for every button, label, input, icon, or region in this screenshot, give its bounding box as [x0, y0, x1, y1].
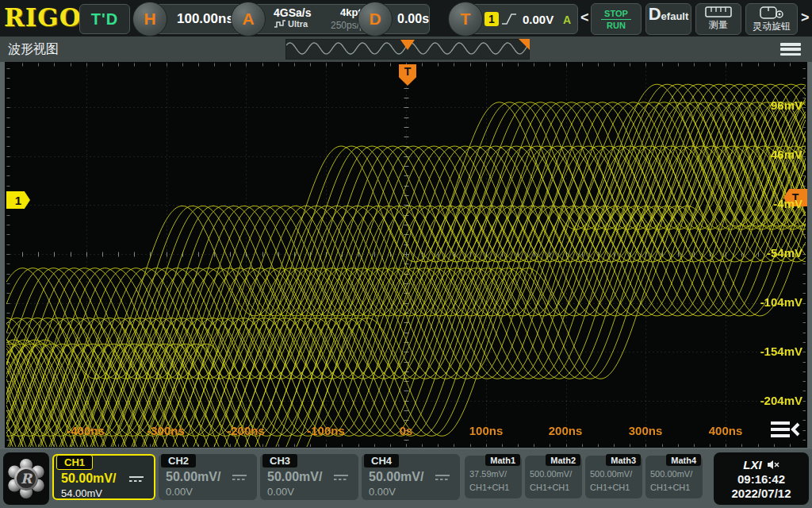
system-date: 2022/07/12 — [714, 487, 809, 500]
ch3-dc-coupling-icon — [333, 473, 349, 481]
ch2-dc-coupling-icon — [232, 473, 247, 481]
ruler-icon — [705, 6, 732, 17]
math4-box[interactable]: Math4 500.00mV/ CH1+CH1 — [645, 456, 703, 498]
t-label: 400ns — [709, 424, 743, 437]
run-label: RUN — [607, 20, 626, 30]
system-time: 09:16:42 — [714, 472, 809, 486]
v-label: -104mV — [760, 295, 802, 309]
smart-knob-label: 灵动旋钮 — [753, 20, 791, 33]
trigger-status-indicator: T'D — [79, 4, 130, 34]
top-toolbar: RIGOL T'D 100.00ns/ H 4GSa/s 4kpts Ultra… — [0, 0, 812, 37]
t-label: 300ns — [629, 424, 663, 437]
waveform-display: T 1 T 96mV 46mV -4mV -54mV -104mV -154mV… — [5, 62, 807, 448]
speaker-muted-icon — [767, 460, 779, 470]
math4-tab[interactable]: Math4 — [666, 454, 701, 466]
bottom-status-bar: R CH1 50.00mV/ 54.00mV CH2 50.00mV/ 0.00… — [0, 449, 812, 508]
v-label: -54mV — [767, 246, 802, 260]
math1-box[interactable]: Math1 37.59mV/ CH1+CH1 — [465, 456, 522, 498]
ch3-box[interactable]: CH3 50.00mV/ 0.00V — [260, 454, 358, 500]
math2-expr: CH1+CH1 — [530, 483, 569, 492]
ch4-dc-coupling-icon — [435, 473, 450, 481]
ch1-offset: 54.00mV — [61, 487, 102, 499]
menu-collapse-icon[interactable] — [769, 419, 801, 441]
view-title: 波形视图 — [8, 41, 59, 58]
ch3-scale: 50.00mV/ — [267, 470, 322, 484]
math4-scale: 500.00mV/ — [650, 469, 692, 479]
plot-zone: T 1 T 96mV 46mV -4mV -54mV -104mV -154mV… — [0, 62, 812, 449]
waveform-view-bar: 波形视图 — [0, 37, 812, 62]
system-status-panel[interactable]: LXI 09:16:42 2022/07/12 — [714, 452, 809, 505]
t-label: -100ns — [307, 424, 345, 437]
math4-expr: CH1+CH1 — [650, 483, 690, 492]
t-label: -300ns — [147, 424, 185, 437]
t-label: -200ns — [227, 424, 265, 437]
ch1-tab[interactable]: CH1 — [56, 455, 93, 470]
math2-scale: 500.00mV/ — [530, 469, 572, 479]
v-label: 46mV — [771, 148, 802, 161]
math1-expr: CH1+CH1 — [469, 483, 509, 492]
v-label: -4mV — [773, 197, 802, 210]
horizontal-knob[interactable]: H — [132, 2, 167, 37]
ultra-acquire-icon — [274, 19, 286, 29]
trigger-position-triangle[interactable] — [400, 40, 415, 50]
lxi-indicator: LXI — [743, 458, 761, 471]
trigger-slope-icon — [500, 11, 518, 27]
measure-button[interactable]: 测量 — [695, 3, 741, 35]
ch3-offset: 0.00V — [267, 486, 294, 498]
ch3-tab[interactable]: CH3 — [262, 454, 297, 468]
math1-tab[interactable]: Math1 — [485, 454, 520, 466]
v-label: -204mV — [760, 394, 802, 407]
rigol-gear-logo-button[interactable]: R — [3, 452, 49, 505]
trigger-knob[interactable]: T — [448, 2, 483, 37]
math1-scale: 37.59mV/ — [469, 469, 507, 479]
ch4-offset: 0.00V — [369, 486, 396, 498]
v-label: 96mV — [771, 98, 802, 112]
sample-rate-value: 4GSa/s — [274, 6, 311, 19]
trigger-status-label: T'D — [91, 10, 118, 29]
smart-knob-button[interactable]: 灵动旋钮 — [745, 3, 798, 35]
waveform-canvas — [6, 63, 806, 447]
t-label: -400ns — [67, 424, 105, 437]
ch4-scale: 50.00mV/ — [369, 470, 423, 484]
ultra-label: Ultra — [288, 19, 308, 29]
expand-right-chevron[interactable]: > — [801, 10, 810, 26]
v-label: -154mV — [760, 344, 802, 358]
ch1-box[interactable]: CH1 50.00mV/ 54.00mV — [52, 454, 155, 500]
ch1-dc-coupling-icon — [128, 475, 144, 483]
default-rest: efault — [661, 10, 689, 22]
ch1-scale: 50.00mV/ — [61, 471, 116, 486]
ch2-scale: 50.00mV/ — [166, 470, 220, 484]
menu-hamburger-icon[interactable] — [780, 43, 801, 56]
ch2-tab[interactable]: CH2 — [161, 454, 196, 468]
run-stop-button[interactable]: STOP RUN — [591, 3, 642, 35]
math3-tab[interactable]: Math3 — [606, 454, 641, 466]
svg-text:R: R — [21, 471, 33, 487]
default-initial: D — [649, 4, 661, 25]
t-label: 200ns — [549, 424, 583, 437]
math3-box[interactable]: Math3 500.00mV/ CH1+CH1 — [585, 456, 642, 498]
t-label: 0s — [400, 424, 413, 437]
math3-expr: CH1+CH1 — [590, 483, 630, 492]
ch4-box[interactable]: CH4 50.00mV/ 0.00V — [362, 454, 460, 500]
acquire-knob[interactable]: A — [231, 2, 266, 37]
oscilloscope-screen: RIGOL T'D 100.00ns/ H 4GSa/s 4kpts Ultra… — [0, 0, 812, 508]
ch2-box[interactable]: CH2 50.00mV/ 0.00V — [159, 454, 257, 500]
trigger-source-badge[interactable]: 1 — [485, 12, 499, 26]
gear-logo-icon: R — [6, 458, 47, 499]
delay-knob[interactable]: D — [358, 2, 393, 37]
math2-box[interactable]: Math2 500.00mV/ CH1+CH1 — [525, 456, 582, 498]
math3-scale: 500.00mV/ — [590, 469, 632, 479]
ch2-offset: 0.00V — [166, 486, 193, 498]
knob-gear-icon — [758, 6, 785, 19]
trigger-mode-indicator: A — [563, 13, 571, 26]
ch4-tab[interactable]: CH4 — [364, 454, 399, 468]
collapse-left-chevron[interactable]: < — [580, 10, 589, 26]
math2-tab[interactable]: Math2 — [546, 454, 580, 466]
stop-label: STOP — [601, 9, 631, 20]
default-button[interactable]: Default — [645, 3, 691, 35]
measure-label: 测量 — [709, 18, 728, 32]
strip-right-wedge — [519, 39, 530, 50]
t-label: 100ns — [469, 424, 504, 437]
trigger-level-value: 0.00V — [523, 13, 553, 26]
